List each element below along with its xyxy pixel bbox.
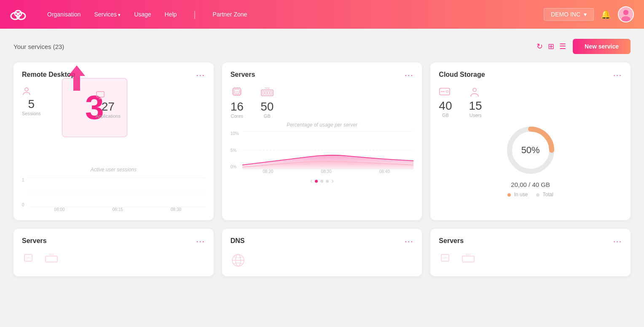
bottom-servers-1-menu[interactable]: ··· [196, 237, 205, 246]
svg-rect-55 [462, 256, 474, 262]
nav-partner-zone[interactable]: Partner Zone [213, 11, 247, 18]
svg-text:RAM: RAM [49, 253, 54, 256]
avatar[interactable] [618, 6, 634, 22]
y-5: 5% [231, 148, 239, 153]
donut-chart: 50% [503, 123, 558, 178]
bottom-servers-2-icons: CPU RAM [439, 253, 622, 265]
servers-chart-x-labels: 08:20 08:30 08:40 [231, 169, 414, 174]
cores-label: Cores [231, 114, 244, 119]
company-selector[interactable]: DEMO INC ▾ [544, 8, 594, 21]
svg-rect-32 [263, 91, 264, 95]
cores-count: 16 [231, 100, 244, 114]
dot-1[interactable] [315, 180, 318, 183]
nav-usage[interactable]: Usage [134, 11, 151, 18]
y-label-1: 1 [22, 178, 24, 182]
dot-3[interactable] [326, 180, 329, 183]
svg-point-43 [473, 88, 476, 92]
svg-rect-35 [270, 91, 272, 95]
servers-menu[interactable]: ··· [405, 71, 413, 80]
remote-desktop-menu[interactable]: ··· [196, 71, 205, 80]
svg-text:CPU: CPU [234, 91, 239, 93]
storage-gb-stat: 40 GB [439, 86, 452, 118]
new-service-button[interactable]: New service [573, 39, 631, 54]
svg-rect-34 [268, 91, 269, 95]
cloud-storage-header: Cloud Storage ··· [439, 71, 622, 80]
legend-in-use-dot [507, 193, 511, 197]
cloud-storage-menu[interactable]: ··· [613, 71, 622, 80]
srv-time-1: 08:20 [263, 169, 273, 174]
legend-total: Total [536, 192, 553, 197]
remote-desktop-content: 5 Sessions 3 [22, 86, 205, 212]
svg-text:RAM: RAM [466, 253, 471, 256]
y-10: 10% [231, 131, 239, 136]
cpu-icon: CPU [231, 86, 244, 98]
servers-title: Servers [231, 71, 255, 78]
header-controls: ↻ ⊞ ☰ New service [537, 39, 631, 54]
nav-services[interactable]: Services [94, 11, 121, 18]
navbar: Organisation Services Usage Help | Partn… [0, 0, 644, 29]
time-label-2: 08:15 [113, 207, 123, 212]
main-content: Your services (23) ↻ ⊞ ☰ New service Rem… [0, 29, 644, 327]
applications-stat: 27 Applications [96, 91, 121, 119]
logo-icon[interactable] [10, 8, 30, 21]
svg-rect-33 [265, 91, 267, 95]
svg-rect-31 [261, 90, 273, 96]
y-0: 0% [231, 165, 239, 169]
storage-total-text: 20,00 / 40 GB [439, 181, 622, 188]
ram-icon: RAM [260, 86, 274, 98]
dns-menu[interactable]: ··· [405, 237, 413, 246]
servers-subtitle: Percentage of usage per server [231, 122, 414, 128]
storage-gb-label: GB [439, 113, 452, 118]
svg-point-4 [623, 10, 629, 15]
list-view-icon[interactable]: ☰ [559, 42, 566, 51]
legend-in-use: In use [507, 192, 528, 197]
servers-header: Servers ··· [231, 71, 414, 80]
srv-time-3: 08:40 [379, 169, 390, 174]
monitor-icon [96, 91, 121, 100]
carousel-next[interactable]: › [331, 177, 333, 185]
services-title: Your services (23) [13, 43, 64, 50]
servers-stats: CPU [231, 86, 414, 119]
svg-text:CPU: CPU [443, 257, 448, 259]
dns-header: DNS ··· [231, 237, 414, 246]
chevron-down-icon: ▾ [584, 11, 587, 18]
refresh-icon[interactable]: ↻ [537, 42, 543, 51]
servers-chart: 10% 5% 0% [231, 131, 414, 174]
svg-point-7 [25, 88, 28, 91]
legend-total-dot [536, 193, 539, 197]
cores-stat: CPU [231, 86, 244, 119]
srv-time-2: 08:30 [321, 169, 331, 174]
remote-desktop-chart: 1 0 08:00 08:15 08:30 [22, 178, 205, 212]
applications-count: 27 [96, 100, 121, 114]
dot-2[interactable] [320, 180, 323, 183]
storage-users-count: 15 [469, 99, 482, 113]
storage-legend: In use Total [439, 192, 622, 197]
cards-grid: Remote Desktop ··· [13, 62, 631, 276]
nav-organisation[interactable]: Organisation [47, 11, 80, 18]
storage-users-label: Users [469, 113, 482, 118]
donut-percent: 50% [521, 145, 540, 156]
svg-rect-48 [46, 256, 57, 262]
carousel-prev[interactable]: ‹ [310, 177, 312, 185]
nav-help[interactable]: Help [165, 11, 177, 18]
active-sessions-subtitle: Active user sessions [22, 167, 205, 173]
bottom-servers-2-menu[interactable]: ··· [613, 237, 622, 246]
cloud-storage-card: Cloud Storage ··· 40 GB [430, 62, 631, 220]
notification-bell-icon[interactable]: 🔔 [601, 9, 611, 19]
services-header: Your services (23) ↻ ⊞ ☰ New service [13, 39, 631, 54]
nav-divider: | [193, 10, 196, 19]
sessions-count: 5 [22, 97, 41, 111]
remote-desktop-stats: 5 Sessions 3 [22, 86, 205, 116]
nav-links: Organisation Services Usage Help | Partn… [47, 10, 544, 19]
sessions-stat: 5 Sessions [22, 86, 41, 116]
time-label-3: 08:30 [171, 207, 181, 212]
dns-title: DNS [231, 237, 245, 245]
dns-card: DNS ··· [222, 229, 422, 276]
grid-view-icon[interactable]: ⊞ [548, 42, 554, 51]
bottom-servers-2-header: Servers ··· [439, 237, 622, 246]
bottom-servers-card-1: Servers ··· CPU RAM [13, 229, 214, 276]
bottom-servers-1-header: Servers ··· [22, 237, 205, 246]
sessions-label: Sessions [22, 111, 41, 116]
cloud-storage-title: Cloud Storage [439, 71, 485, 78]
svg-rect-8 [97, 92, 104, 97]
